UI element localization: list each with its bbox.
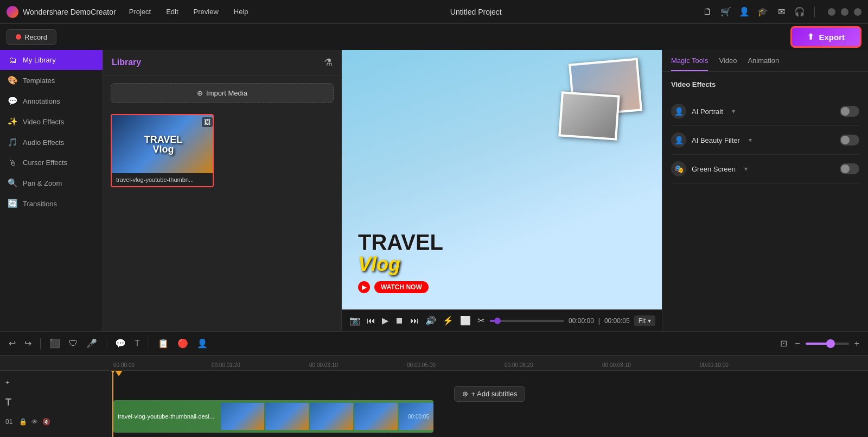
media-item[interactable]: TRAVELVlog 🖼 travel-vlog-youtube-thumbn.… <box>111 114 214 187</box>
audio-effects-icon: 🎵 <box>8 137 17 147</box>
screenshot-button[interactable]: 📷 <box>348 314 361 327</box>
support-icon[interactable]: 🎧 <box>794 6 806 18</box>
zoom-out-button[interactable]: − <box>793 337 802 351</box>
photo-thumb-2 <box>561 94 618 138</box>
timeline-main: + T 01 🔒 👁 🔇 ⊕ + Add subtitles <box>0 371 868 437</box>
preview-timeline[interactable] <box>490 320 564 322</box>
cart-icon[interactable]: 🛒 <box>720 6 732 18</box>
ai-beauty-icon: 👤 <box>671 132 686 148</box>
mute-icon[interactable]: 🔇 <box>42 418 50 426</box>
tab-magic-tools[interactable]: Magic Tools <box>671 56 708 71</box>
copy-button[interactable]: 📋 <box>156 336 171 351</box>
text-button[interactable]: T <box>132 337 142 351</box>
photo-overlay-2 <box>558 91 620 140</box>
record-button[interactable]: Record <box>7 29 56 45</box>
prev-frame-button[interactable]: ⏮ <box>366 315 376 327</box>
sidebar-item-pan-zoom[interactable]: 🔍 Pan & Zoom <box>0 173 103 193</box>
maximize-button[interactable]: □ <box>841 8 848 16</box>
sidebar-label-video-effects: Video Effects <box>23 118 64 126</box>
menu-preview[interactable]: Preview <box>192 7 221 17</box>
menu-edit[interactable]: Edit <box>164 7 180 17</box>
layer-plus-icon[interactable]: + <box>5 379 9 387</box>
graduation-icon[interactable]: 🎓 <box>757 6 769 18</box>
menu-help[interactable]: Help <box>232 7 251 17</box>
time-current: 00:00:00 <box>569 317 594 325</box>
video-effects-icon: ✨ <box>8 117 17 126</box>
transitions-icon: 🔄 <box>8 199 17 208</box>
filter-icon[interactable]: ⚗ <box>324 56 333 68</box>
right-panel: Magic Tools Video Animation Video Effect… <box>662 50 868 331</box>
comment-button[interactable]: 💬 <box>113 336 128 351</box>
ai-portrait-info: 👤 AI Portrait ▾ <box>671 104 735 119</box>
topbar-separator <box>814 7 815 17</box>
fit-chevron: ▾ <box>648 317 651 325</box>
user-icon[interactable]: 👤 <box>738 6 750 18</box>
sidebar-item-video-effects[interactable]: ✨ Video Effects <box>0 111 103 132</box>
mail-icon[interactable]: ✉ <box>775 6 787 18</box>
eye-icon[interactable]: 👁 <box>31 418 38 426</box>
clip-thumb-1 <box>221 403 264 430</box>
next-frame-button[interactable]: ⏭ <box>409 315 420 327</box>
green-screen-info: 🎭 Green Screen ▾ <box>671 161 748 176</box>
green-screen-toggle-knob <box>841 164 850 173</box>
sidebar-item-cursor-effects[interactable]: 🖱 Cursor Effects <box>0 153 103 173</box>
clip-thumb-3 <box>310 403 353 430</box>
sidebar-item-templates[interactable]: 🎨 Templates <box>0 70 103 91</box>
lock-icon[interactable]: 🔒 <box>19 418 27 426</box>
play-button[interactable]: ▶ <box>381 314 390 327</box>
person-button[interactable]: 👤 <box>195 336 210 351</box>
ai-beauty-toggle[interactable] <box>840 135 859 145</box>
menu-project[interactable]: Project <box>127 7 153 17</box>
video-clip[interactable]: travel-vlog-youtube-thumbnail-desi... 00… <box>113 400 433 433</box>
zoom-in-button[interactable]: + <box>852 337 861 351</box>
time-separator: | <box>598 317 600 325</box>
export-icon: ⬆ <box>807 32 814 42</box>
logo-icon <box>7 6 18 18</box>
export-button[interactable]: ⬆ Export <box>790 26 861 48</box>
speed-button[interactable]: ⚡ <box>442 314 455 327</box>
topbar-menu: Project Edit Preview Help <box>127 7 251 17</box>
fit-frame-button[interactable]: ⊡ <box>778 336 789 351</box>
redo-button[interactable]: ↪ <box>22 336 34 351</box>
zoom-controls: ⊡ − + <box>778 336 861 351</box>
travel-title: TRAVELVlog <box>144 135 183 154</box>
timeline-label-subtitle: T <box>0 392 111 412</box>
green-screen-chevron[interactable]: ▾ <box>744 165 748 173</box>
crop-button[interactable]: ⬜ <box>459 314 472 327</box>
close-button[interactable]: × <box>854 8 861 16</box>
sidebar-item-my-library[interactable]: 🗂 My Library <box>0 50 103 70</box>
stop-button[interactable]: ⏹ <box>394 315 405 327</box>
ai-portrait-toggle[interactable] <box>840 106 859 117</box>
sidebar-item-transitions[interactable]: 🔄 Transitions <box>0 193 103 214</box>
shield-button[interactable]: 🛡 <box>67 337 80 351</box>
video-effects-section-title: Video Effects <box>671 80 859 88</box>
import-label: Import Media <box>206 89 247 97</box>
zoom-slider[interactable] <box>806 343 849 345</box>
sidebar-item-annotations[interactable]: 💬 Annotations <box>0 91 103 111</box>
volume-button[interactable]: 🔊 <box>424 314 437 327</box>
app-name: Wondershare DemoCreator <box>23 8 116 16</box>
ai-beauty-chevron[interactable]: ▾ <box>749 136 752 144</box>
sidebar-label-cursor-effects: Cursor Effects <box>23 159 67 167</box>
copy2-button[interactable]: 🔴 <box>175 336 190 351</box>
thumbnail-text: TRAVELVlog <box>144 135 183 154</box>
import-media-button[interactable]: ⊕ Import Media <box>111 83 334 103</box>
cut-button[interactable]: ✂ <box>476 314 486 327</box>
minimize-button[interactable]: − <box>828 8 835 16</box>
time-total: 00:00:05 <box>604 317 630 325</box>
tab-animation[interactable]: Animation <box>748 56 779 71</box>
topbar: Wondershare DemoCreator Project Edit Pre… <box>0 0 868 24</box>
fit-button[interactable]: Fit ▾ <box>634 315 655 326</box>
tab-video[interactable]: Video <box>719 56 737 71</box>
ai-portrait-chevron[interactable]: ▾ <box>732 107 735 115</box>
new-project-icon[interactable]: 🗒 <box>701 6 713 18</box>
sidebar-item-audio-effects[interactable]: 🎵 Audio Effects <box>0 132 103 153</box>
green-screen-toggle[interactable] <box>840 163 859 174</box>
undo-button[interactable]: ↩ <box>7 336 18 351</box>
add-subtitles-button[interactable]: ⊕ + Add subtitles <box>454 386 526 402</box>
mic-button[interactable]: 🎤 <box>84 336 99 351</box>
timeline-labels: + T 01 🔒 👁 🔇 <box>0 371 111 437</box>
watch-now-button[interactable]: ▶ WATCH NOW <box>358 281 443 293</box>
crop-tool-button[interactable]: ⬛ <box>47 336 62 351</box>
my-library-icon: 🗂 <box>8 55 17 65</box>
